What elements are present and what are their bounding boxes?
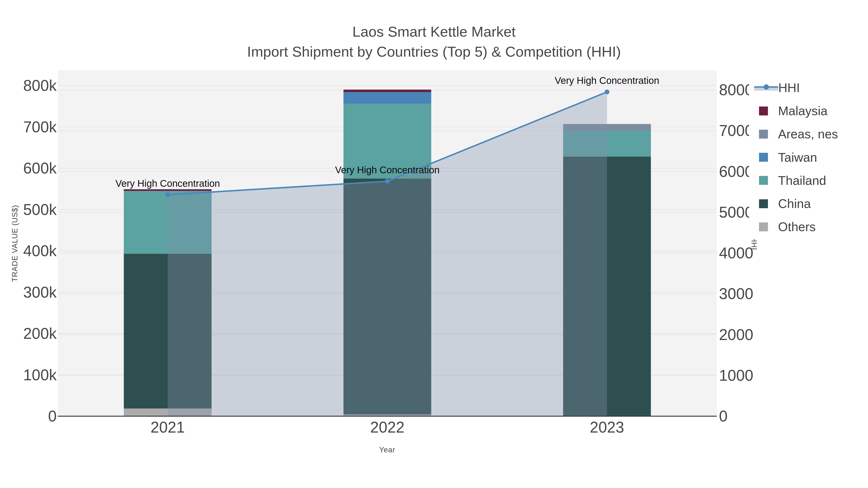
areas--nes-swatch xyxy=(759,130,768,138)
legend-label: Malaysia xyxy=(778,105,828,117)
legend-item-malaysia[interactable]: Malaysia xyxy=(754,104,860,118)
y-right-tick-8000: 8000 xyxy=(719,81,753,99)
annotation-2023: Very High Concentration xyxy=(555,75,659,86)
hhi-marker-2023[interactable] xyxy=(605,89,610,94)
bar-segment-taiwan-2022[interactable] xyxy=(344,92,431,104)
malaysia-swatch xyxy=(759,106,768,116)
y-right-tick-0: 0 xyxy=(719,407,728,425)
y-right-tick-5000: 5000 xyxy=(719,203,753,221)
annotation-2021: Very High Concentration xyxy=(116,178,220,189)
hhi-legend-swatch xyxy=(754,83,778,93)
taiwan-swatch xyxy=(759,153,768,162)
legend-label: China xyxy=(778,197,811,210)
hhi-marker-swatch xyxy=(764,84,769,90)
bar-segment-malaysia-2021[interactable] xyxy=(124,189,212,191)
legend-label: Thailand xyxy=(778,174,826,187)
legend-item-thailand[interactable]: Thailand xyxy=(754,173,860,188)
hhi-marker-2021[interactable] xyxy=(165,192,170,197)
china-swatch xyxy=(759,199,768,208)
legend-label: Taiwan xyxy=(778,151,817,164)
legend-label: Areas, nes xyxy=(778,128,838,140)
legend-label: HHI xyxy=(778,82,800,94)
legend-item-others[interactable]: Others xyxy=(754,220,860,234)
chart-figure: Laos Smart Kettle Market Import Shipment… xyxy=(0,0,868,488)
y-right-tick-7000: 7000 xyxy=(719,122,753,139)
y-right-tick-3000: 3000 xyxy=(719,285,753,303)
legend-item-china[interactable]: China xyxy=(754,196,860,211)
thailand-swatch xyxy=(759,176,768,185)
y-right-tick-1000: 1000 xyxy=(719,366,753,384)
legend-item-hhi[interactable]: HHI xyxy=(754,80,860,95)
legend-item-areas--nes[interactable]: Areas, nes xyxy=(754,127,860,141)
y-right-tick-2000: 2000 xyxy=(719,326,753,344)
legend-item-taiwan[interactable]: Taiwan xyxy=(754,150,860,165)
others-swatch xyxy=(759,222,768,231)
legend-label: Others xyxy=(778,221,816,233)
hhi-marker-2022[interactable] xyxy=(385,179,390,184)
bar-segment-malaysia-2022[interactable] xyxy=(344,90,431,92)
y-right-tick-4000: 4000 xyxy=(719,244,753,262)
y-right-tick-6000: 6000 xyxy=(719,163,753,181)
annotation-2022: Very High Concentration xyxy=(335,165,440,175)
